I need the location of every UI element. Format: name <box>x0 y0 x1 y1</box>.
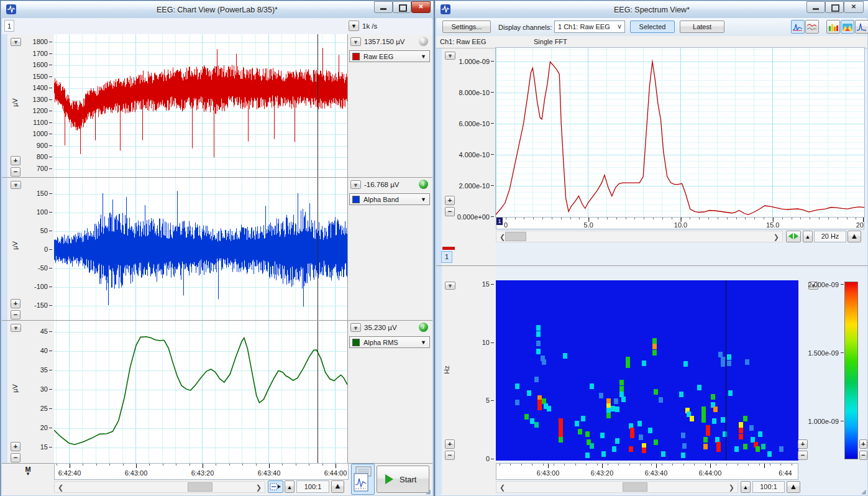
fft-zoom-in-span-button[interactable]: ▲ <box>847 231 861 242</box>
scrollbar-thumb[interactable] <box>505 232 526 241</box>
y-tick-label: 30 <box>17 385 48 393</box>
ch3-channel-select[interactable]: Alpha RMS ▼ <box>349 336 430 348</box>
scroll-right-icon[interactable]: ❯ <box>774 232 779 242</box>
selected-button[interactable]: Selected <box>630 21 675 33</box>
alpha-rms-plot[interactable] <box>54 320 347 463</box>
tick-mark <box>841 352 844 353</box>
channel-separator[interactable] <box>2 177 432 178</box>
ch2-info-icon[interactable]: i <box>419 180 428 189</box>
time-label: 6:43:40 <box>640 469 672 477</box>
latest-button[interactable]: Latest <box>680 21 724 33</box>
maximize-icon <box>831 4 839 12</box>
ch3-info-icon[interactable]: i <box>419 323 428 332</box>
tick-mark <box>49 305 52 306</box>
spectrogram-zoom-out-button[interactable]: − <box>445 451 455 460</box>
fft-h-scrollbar[interactable]: ❮ ❯ <box>496 231 783 242</box>
fft-zoom-in-button[interactable]: + <box>445 196 455 205</box>
spectrogram-scale-dropdown-button[interactable]: ▼ <box>445 282 455 290</box>
scroll-left-icon[interactable]: ❮ <box>58 482 63 493</box>
scrollbar-thumb[interactable] <box>188 482 212 492</box>
tick-mark <box>841 284 844 285</box>
raw-eeg-plot[interactable] <box>54 34 347 177</box>
chevron-down-icon: ▼ <box>351 23 357 29</box>
scroll-left-icon[interactable]: ❮ <box>500 482 505 493</box>
scale-zoom-out-button[interactable]: − <box>11 310 21 319</box>
channel-selector[interactable]: 1 Ch1: Raw EEG ∨ <box>554 21 625 33</box>
y-tick-label: 1400 <box>17 84 48 91</box>
scale-dropdown-button[interactable]: ▼ <box>11 181 21 189</box>
maximize-button[interactable] <box>393 1 411 13</box>
scroll-right-icon[interactable]: ❯ <box>729 482 734 493</box>
page-tab[interactable]: 1 <box>441 251 452 263</box>
channel-separator[interactable] <box>2 320 432 321</box>
minimize-button[interactable] <box>374 1 393 13</box>
spectrum-view-window: EEG: Spectrum View* ✕ Settings... Displa… <box>434 0 868 496</box>
scroll-left-icon[interactable]: ❮ <box>500 232 505 242</box>
scale-zoom-out-button[interactable]: − <box>11 453 21 462</box>
ch1-info-icon[interactable]: i <box>419 37 428 46</box>
ch3-scale-gutter: ▼µV45403530252015+− <box>7 320 54 463</box>
ch2-channel-select[interactable]: Alpha Band ▼ <box>349 193 430 205</box>
spectrogram-h-scrollbar[interactable]: ❮ ❯ <box>496 481 738 493</box>
colorbar-scale-plus-button[interactable]: + <box>859 439 867 449</box>
fft-y-tick-label: 2.000e-10 <box>440 182 490 190</box>
compare-view-button[interactable] <box>805 20 819 34</box>
waterfall-view-button[interactable] <box>855 20 868 34</box>
scale-zoom-in-button[interactable]: + <box>11 442 21 451</box>
resize-grip[interactable]: ◢ <box>861 488 865 495</box>
marker-tool[interactable]: M ▼ <box>23 466 33 477</box>
fit-span-button[interactable] <box>786 231 801 242</box>
y-tick-label: 45 <box>17 328 48 335</box>
ch1-panel: ▼ 1357.150 µV i Raw EEG ▼ <box>348 34 432 177</box>
ch3-value-dropdown-button[interactable]: ▼ <box>350 323 361 332</box>
chart-view-titlebar[interactable]: EEG: Chart View (PowerLab 8/35)* ✕ <box>1 1 433 19</box>
minimize-button[interactable] <box>806 1 825 13</box>
amplitude-view-button[interactable] <box>791 20 805 34</box>
fft-y-tick-label: 6.000e-10 <box>440 120 490 127</box>
ch1-channel-select[interactable]: Raw EEG ▼ <box>349 50 430 62</box>
ch2-value-dropdown-button[interactable]: ▼ <box>350 180 361 189</box>
maximize-button[interactable] <box>825 1 844 13</box>
close-button[interactable]: ✕ <box>411 1 431 13</box>
close-button[interactable]: ✕ <box>844 1 864 13</box>
colorbar-zoom-out-button[interactable]: − <box>798 451 808 460</box>
spec-zoom-out-time-button[interactable]: ▲ <box>741 481 751 493</box>
scale-zoom-out-button[interactable]: − <box>11 167 21 177</box>
rate-dropdown-button[interactable]: ▼ <box>349 21 359 31</box>
scale-zoom-in-button[interactable]: + <box>11 156 21 165</box>
colorbar-zoom-in-button[interactable]: + <box>798 439 808 449</box>
spectrogram-view-button[interactable] <box>841 20 854 34</box>
alpha-band-plot[interactable] <box>54 177 347 320</box>
histogram-view-button[interactable] <box>826 20 840 34</box>
scrollbar-thumb[interactable] <box>623 482 647 492</box>
zoom-in-time-button[interactable]: ▲ <box>331 480 344 493</box>
single-fft-plot[interactable] <box>496 48 864 217</box>
scale-zoom-in-button[interactable]: + <box>11 299 21 308</box>
zoom-window-button[interactable] <box>351 464 375 495</box>
start-button[interactable]: Start <box>377 466 429 493</box>
scroll-right-icon[interactable]: ❯ <box>256 482 262 493</box>
marker-arrow-icon: ▼ <box>23 471 33 477</box>
fft-x-axis: 1 05.010.015.020 <box>496 217 864 229</box>
ch2-channel-name: Alpha Band <box>363 196 399 203</box>
auto-scroll-button[interactable] <box>268 480 283 493</box>
spectrum-view-titlebar[interactable]: EEG: Spectrum View* ✕ <box>436 1 868 19</box>
spectrogram-plot[interactable] <box>496 280 798 461</box>
freq-span[interactable]: 20 Hz <box>814 231 846 242</box>
colorbar-scale-minus-button[interactable]: − <box>859 451 867 460</box>
spectrogram-zoom-in-button[interactable]: + <box>445 439 455 449</box>
compression-ratio[interactable]: 100:1 <box>296 480 329 493</box>
resize-grip[interactable]: ◢ <box>426 488 429 495</box>
spec-zoom-in-time-button[interactable]: ▲ <box>787 481 800 493</box>
settings-button[interactable]: Settings... <box>442 21 491 33</box>
fft-zoom-out-span-button[interactable]: ▲ <box>803 231 813 242</box>
play-icon <box>385 474 393 484</box>
h-scrollbar[interactable]: ❮ ❯ <box>54 481 265 493</box>
tick-mark <box>49 351 52 351</box>
compare-view-icon <box>806 22 818 32</box>
panel-split[interactable] <box>436 265 867 266</box>
spec-compression-ratio[interactable]: 100:1 <box>752 481 785 493</box>
ch1-value-dropdown-button[interactable]: ▼ <box>350 37 361 46</box>
tick-mark <box>491 61 494 62</box>
zoom-out-time-button[interactable]: ▲ <box>285 480 295 493</box>
